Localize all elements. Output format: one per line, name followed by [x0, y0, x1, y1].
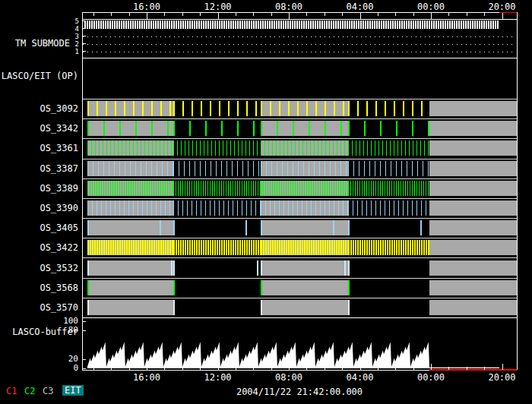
time-label-bottom: 04:00: [346, 372, 373, 383]
os-row-segment: [173, 260, 261, 276]
legend-item-eit: EIT: [62, 385, 84, 396]
tm-submode-row-label: TM SUBMODE: [0, 38, 70, 49]
row-boundary-line: [82, 99, 517, 99]
buffer-ytick-label: 100: [0, 317, 78, 326]
axis-tick-top: [378, 13, 378, 16]
buffer-usage-fill: [87, 342, 499, 368]
os-row-segment: [87, 220, 173, 235]
os-row-segment: [429, 200, 517, 216]
buffer-ytick-mark: [83, 330, 86, 331]
row-boundary-line: [82, 278, 517, 279]
axis-tick-top: [502, 13, 503, 19]
axis-tick-top: [342, 13, 343, 16]
axis-tick-top: [431, 13, 432, 19]
tm-submode-level-label: 5: [0, 17, 79, 25]
os-row-segment: [429, 181, 517, 196]
os-row-segment: [261, 220, 348, 235]
os-row-segment: [87, 121, 173, 136]
axis-tick-top: [129, 13, 130, 16]
os-row-label: OS_3092: [0, 103, 78, 114]
axis-tick-top: [236, 13, 236, 16]
os-row-segment: [173, 240, 261, 255]
buffer-usage-curve: [82, 317, 517, 370]
tm-submode-dotted-line: [83, 44, 516, 45]
os-row-segment: [429, 300, 517, 315]
axis-tick-top: [289, 13, 290, 19]
os-row-segment: [173, 300, 261, 315]
time-label-bottom: 12:00: [204, 372, 231, 383]
os-row-segment: [261, 161, 348, 176]
os-row-segment: [429, 220, 517, 235]
os-row-segment: [429, 101, 517, 116]
axis-tick-top: [271, 13, 272, 16]
tm-submode-level-label: 1: [0, 48, 79, 55]
time-label-top: 20:00: [488, 2, 515, 12]
os-row-segment: [348, 260, 429, 276]
axis-tick-top: [360, 13, 361, 19]
lasco-eit-timeline-screen: 16:0016:0012:0012:0008:0008:0004:0004:00…: [0, 0, 532, 404]
row-boundary-line: [82, 218, 517, 219]
time-label-top: 12:00: [204, 2, 231, 12]
time-label-bottom: 20:00: [488, 372, 515, 383]
axis-tick-top: [306, 13, 307, 16]
os-row-segment: [348, 101, 429, 116]
axis-tick-top: [200, 13, 201, 16]
os-row-segment: [173, 200, 261, 216]
row-boundary-line: [82, 257, 517, 258]
buffer-ytick-mark: [83, 321, 86, 322]
os-row-segment: [87, 181, 173, 196]
time-label-bottom: 00:00: [417, 372, 445, 383]
row-boundary-line: [82, 198, 517, 199]
axis-tick-top: [467, 13, 467, 16]
axis-tick-top: [218, 13, 219, 19]
tm-submode-level-label: 4: [0, 25, 79, 33]
legend-item-c1: C1: [6, 386, 17, 396]
tm-submode-dotted-line: [83, 52, 516, 52]
os-row-segment: [348, 161, 429, 176]
axis-tick-top: [413, 13, 414, 16]
os-row-segment: [173, 181, 261, 196]
tm-panel-inner-line: [82, 19, 517, 20]
axis-tick-top: [448, 13, 449, 16]
os-row-segment: [348, 220, 429, 235]
buffer-ytick-mark: [83, 359, 86, 360]
tm-submode-level-tick: [83, 43, 86, 44]
axis-tick-top: [395, 13, 396, 16]
os-row-segment: [261, 280, 348, 295]
os-row-segment: [261, 181, 348, 196]
os-row-segment: [261, 121, 348, 136]
frame-right-border: [517, 12, 518, 370]
os-row-segment: [429, 240, 517, 255]
os-row-segment: [261, 101, 348, 116]
buffer-row-label: LASCO-buffer: [0, 327, 78, 337]
row-boundary-line: [82, 159, 517, 159]
os-row-segment: [261, 240, 348, 255]
tm-submode-dotted-line: [83, 36, 516, 37]
tm-panel-bottom-line: [82, 58, 517, 58]
datetime-label: 2004/11/22 21:42:00.000: [82, 387, 517, 397]
os-row-segment: [429, 280, 517, 295]
axis-tick-top: [182, 13, 183, 16]
tm-submode-level-tick: [83, 28, 86, 29]
legend-item-c2: C2: [24, 386, 35, 396]
os-row-segment: [348, 240, 429, 255]
legend-item-c3: C3: [43, 386, 53, 396]
os-row-label: OS_3361: [0, 143, 78, 153]
row-boundary-line: [82, 178, 517, 179]
time-label-bottom: 16:00: [133, 372, 160, 383]
os-row-segment: [348, 121, 429, 136]
os-row-label: OS_3389: [0, 183, 78, 194]
row-boundary-line: [82, 138, 517, 139]
time-label-top: 08:00: [275, 2, 302, 12]
os-row-segment: [348, 140, 429, 156]
os-row-segment: [261, 200, 348, 216]
os-row-segment: [173, 161, 261, 176]
os-row-label: OS_3568: [0, 282, 78, 293]
os-row-segment: [261, 260, 348, 276]
os-row-segment: [87, 161, 173, 176]
time-label-top: 00:00: [417, 2, 445, 12]
os-row-segment: [348, 300, 429, 315]
op-row-label: LASCO/EIT (OP): [0, 71, 78, 81]
axis-tick-top: [164, 13, 165, 16]
os-row-label: OS_3387: [0, 163, 78, 174]
